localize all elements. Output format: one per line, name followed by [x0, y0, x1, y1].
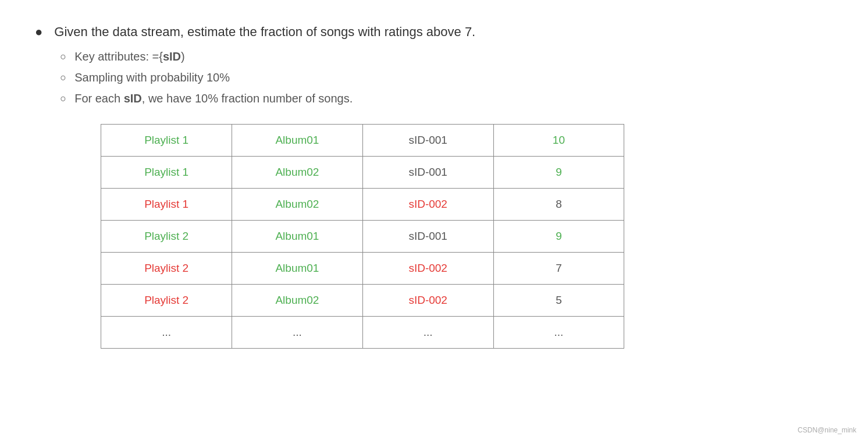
table-row: Playlist 1Album02sID-0028: [101, 188, 624, 220]
table-cell-2-2: sID-002: [362, 188, 493, 220]
table-cell-4-2: sID-002: [362, 252, 493, 284]
table-row: Playlist 2Album02sID-0025: [101, 284, 624, 316]
table-cell-4-1: Album01: [232, 252, 363, 284]
table-cell-0-2: sID-001: [362, 124, 493, 156]
sub-item-2-text: Sampling with probability 10%: [74, 69, 230, 86]
table-row: ............: [101, 316, 624, 348]
table-cell-1-2: sID-001: [362, 156, 493, 188]
table-cell-3-2: sID-001: [362, 220, 493, 252]
data-table: Playlist 1Album01sID-00110Playlist 1Albu…: [101, 124, 624, 349]
table-cell-0-1: Album01: [232, 124, 363, 156]
table-cell-3-3: 9: [493, 220, 624, 252]
sub-item-1: ○ Key attributes: ={sID): [60, 48, 833, 65]
table-row: Playlist 2Album01sID-0019: [101, 220, 624, 252]
table-cell-5-1: Album02: [232, 284, 363, 316]
table-cell-0-3: 10: [493, 124, 624, 156]
table-cell-6-0: ...: [101, 316, 232, 348]
circle-bullet-3: ○: [60, 91, 66, 106]
table-cell-4-0: Playlist 2: [101, 252, 232, 284]
table-cell-5-0: Playlist 2: [101, 284, 232, 316]
sub-item-3-text: For each sID, we have 10% fraction numbe…: [74, 90, 353, 107]
table-cell-1-3: 9: [493, 156, 624, 188]
watermark: CSDN@nine_mink: [798, 426, 856, 434]
table-cell-6-1: ...: [232, 316, 363, 348]
table-cell-1-1: Album02: [232, 156, 363, 188]
table-container: Playlist 1Album01sID-00110Playlist 1Albu…: [101, 124, 833, 349]
sub-item-3: ○ For each sID, we have 10% fraction num…: [60, 90, 833, 107]
table-cell-4-3: 7: [493, 252, 624, 284]
sub-item-1-text: Key attributes: ={sID): [74, 48, 185, 65]
table-cell-6-2: ...: [362, 316, 493, 348]
table-cell-3-1: Album01: [232, 220, 363, 252]
table-row: Playlist 1Album02sID-0019: [101, 156, 624, 188]
table-cell-2-0: Playlist 1: [101, 188, 232, 220]
table-cell-2-1: Album02: [232, 188, 363, 220]
table-cell-6-3: ...: [493, 316, 624, 348]
table-cell-0-0: Playlist 1: [101, 124, 232, 156]
sub-list: ○ Key attributes: ={sID) ○ Sampling with…: [54, 48, 833, 107]
table-row: Playlist 1Album01sID-00110: [101, 124, 624, 156]
table-cell-5-2: sID-002: [362, 284, 493, 316]
table-cell-5-3: 5: [493, 284, 624, 316]
circle-bullet-1: ○: [60, 49, 66, 64]
bullet-section: ● Given the data stream, estimate the fr…: [35, 23, 833, 349]
table-cell-3-0: Playlist 2: [101, 220, 232, 252]
table-cell-2-3: 8: [493, 188, 624, 220]
bullet-content: Given the data stream, estimate the frac…: [54, 23, 833, 349]
bullet-dot: ●: [35, 24, 42, 40]
table-cell-1-0: Playlist 1: [101, 156, 232, 188]
table-row: Playlist 2Album01sID-0027: [101, 252, 624, 284]
circle-bullet-2: ○: [60, 70, 66, 85]
main-text: Given the data stream, estimate the frac…: [54, 23, 833, 41]
sub-item-2: ○ Sampling with probability 10%: [60, 69, 833, 86]
